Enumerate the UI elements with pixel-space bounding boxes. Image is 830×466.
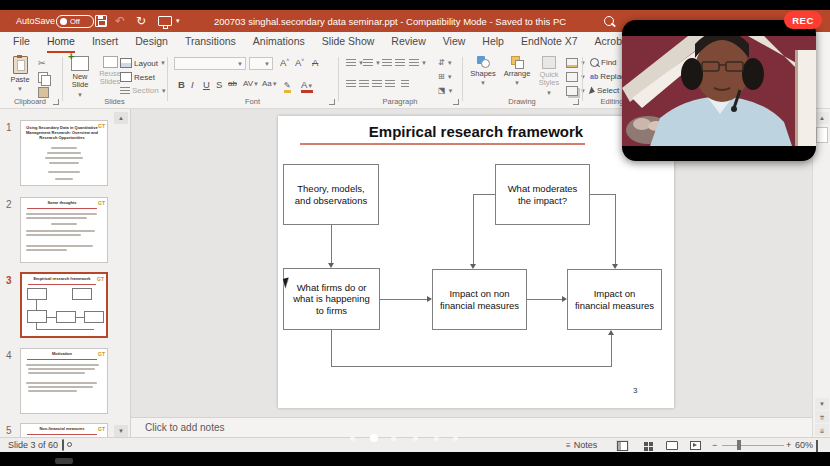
- diagram-box-moderates[interactable]: What moderates the impact?: [495, 164, 590, 225]
- shapes-button[interactable]: Shapes ▼: [468, 56, 498, 98]
- align-left-button[interactable]: [346, 80, 356, 88]
- scrollbar-thumb[interactable]: [816, 127, 828, 143]
- highlight-color-button[interactable]: ✎: [284, 79, 291, 93]
- strikethrough-button[interactable]: ab: [228, 79, 237, 88]
- video-nav-dot-active[interactable]: [370, 434, 378, 442]
- convert-smartart-button[interactable]: ⬔▼: [438, 86, 454, 95]
- tab-endnote[interactable]: EndNote X7: [521, 32, 578, 53]
- start-presentation-button[interactable]: [158, 10, 172, 32]
- clipboard-dialog-launcher[interactable]: [53, 99, 59, 105]
- diagram-box-theory[interactable]: Theory, models, and observations: [283, 164, 379, 225]
- align-center-button[interactable]: [359, 80, 369, 88]
- scroll-down-button[interactable]: ▼: [815, 398, 829, 410]
- tab-view[interactable]: View: [443, 32, 466, 53]
- slide-2-thumbnail[interactable]: GT Some thoughts: [20, 197, 108, 263]
- redo-button[interactable]: ↻: [136, 10, 146, 32]
- paste-button[interactable]: Paste ▼: [6, 56, 34, 98]
- text-shadow-button[interactable]: S: [216, 79, 222, 90]
- zoom-slider-thumb[interactable]: [737, 440, 741, 450]
- zoom-level[interactable]: 60%: [795, 440, 813, 450]
- previous-slide-button[interactable]: ⇈: [815, 411, 829, 423]
- video-nav-dot[interactable]: [434, 436, 439, 441]
- tab-review[interactable]: Review: [391, 32, 425, 53]
- section-button[interactable]: Section ▼: [120, 86, 167, 95]
- quick-styles-button[interactable]: Quick Styles ▼: [534, 56, 564, 98]
- bullets-button[interactable]: ▼: [346, 59, 364, 67]
- tab-animations[interactable]: Animations: [253, 32, 305, 53]
- slide-title[interactable]: Empirical research framework: [278, 123, 674, 140]
- zoom-slider-track[interactable]: [722, 445, 784, 446]
- save-button[interactable]: [95, 10, 107, 32]
- select-button[interactable]: Select: [590, 86, 619, 95]
- video-nav-dot[interactable]: [391, 436, 396, 441]
- shrink-font-button[interactable]: A˅: [295, 57, 304, 68]
- zoom-out-button[interactable]: −: [712, 440, 717, 450]
- new-slide-button[interactable]: New Slide ▼: [66, 56, 94, 98]
- copy-button[interactable]: [38, 72, 48, 83]
- reading-view-button[interactable]: [665, 440, 678, 451]
- vertical-scrollbar[interactable]: ▲ ▼ ⇈ ⇊: [812, 109, 830, 438]
- notes-pane[interactable]: Click to add notes: [131, 417, 812, 437]
- slide-3-thumbnail[interactable]: GT Empirical research framework: [20, 272, 108, 338]
- accessibility-checker-icon[interactable]: [62, 440, 64, 450]
- customize-qat-button[interactable]: ▾: [176, 10, 180, 32]
- font-dialog-launcher[interactable]: [329, 99, 335, 105]
- text-direction-button[interactable]: ⇵▼: [438, 58, 453, 67]
- next-slide-button[interactable]: ⇊: [815, 424, 829, 436]
- video-nav-dot[interactable]: [413, 436, 418, 441]
- italic-button[interactable]: I: [191, 79, 194, 90]
- cut-button[interactable]: ✂: [38, 58, 46, 68]
- paragraph-dialog-launcher[interactable]: [453, 99, 459, 105]
- font-name-combo[interactable]: ▼: [174, 57, 246, 70]
- slide-4-thumbnail[interactable]: GT Motivation: [20, 348, 108, 414]
- font-color-button[interactable]: A▼: [301, 79, 313, 93]
- change-case-button[interactable]: Aa▼: [262, 79, 278, 88]
- character-spacing-button[interactable]: AV▼: [243, 79, 259, 88]
- tab-help[interactable]: Help: [482, 32, 504, 53]
- slide-1-thumbnail[interactable]: GT Using Secondary Data in Quantitative …: [20, 120, 108, 186]
- columns-button[interactable]: [401, 80, 409, 88]
- tab-insert[interactable]: Insert: [92, 32, 118, 53]
- slide-sorter-view-button[interactable]: [641, 440, 654, 451]
- tab-slide-show[interactable]: Slide Show: [322, 32, 375, 53]
- video-nav-dot[interactable]: [350, 436, 355, 441]
- undo-button[interactable]: ↶: [115, 10, 125, 32]
- normal-view-button[interactable]: [616, 440, 629, 451]
- diagram-box-financial[interactable]: Impact on financial measures: [567, 269, 662, 330]
- thumbnail-scroll-down-button[interactable]: ▼: [114, 425, 128, 437]
- decrease-indent-button[interactable]: [382, 59, 392, 67]
- tab-design[interactable]: Design: [135, 32, 168, 53]
- scroll-up-button[interactable]: ▲: [815, 112, 829, 124]
- bold-button[interactable]: B: [178, 79, 185, 90]
- tab-transitions[interactable]: Transitions: [185, 32, 236, 53]
- justify-button[interactable]: [385, 80, 395, 88]
- layout-button[interactable]: Layout ▼: [120, 58, 166, 68]
- line-spacing-button[interactable]: ▼: [409, 59, 427, 67]
- grow-font-button[interactable]: A˄: [280, 57, 289, 68]
- increase-indent-button[interactable]: [395, 59, 405, 67]
- numbering-button[interactable]: ▼: [363, 59, 381, 67]
- slideshow-view-button[interactable]: [689, 440, 702, 451]
- drawing-dialog-launcher[interactable]: [573, 99, 579, 105]
- diagram-box-nonfinancial[interactable]: Impact on non financial measures: [432, 269, 527, 330]
- clear-formatting-button[interactable]: A: [312, 57, 318, 68]
- autosave-toggle[interactable]: Off: [56, 10, 94, 32]
- tab-file[interactable]: File: [13, 32, 30, 53]
- search-button[interactable]: [604, 10, 614, 32]
- notes-placeholder[interactable]: Click to add notes: [145, 422, 225, 433]
- find-button[interactable]: Find: [590, 58, 617, 67]
- reset-button[interactable]: Reset: [120, 72, 155, 82]
- diagram-box-what-firms-do[interactable]: What firms do or what is happening to fi…: [283, 268, 380, 330]
- thumbnail-scroll-up-button[interactable]: ▲: [114, 112, 128, 124]
- slide-canvas[interactable]: Empirical research framework Theory, mod…: [278, 116, 674, 408]
- align-text-button[interactable]: ⊞▼: [438, 72, 453, 81]
- zoom-in-button[interactable]: +: [786, 440, 791, 450]
- notes-toggle-button[interactable]: ≡ Notes: [566, 440, 597, 450]
- video-nav-dot[interactable]: [453, 436, 458, 441]
- font-size-combo[interactable]: ▼: [249, 57, 273, 70]
- fit-slide-button[interactable]: [816, 441, 818, 451]
- slide-5-thumbnail[interactable]: GT Non-financial measures: [20, 423, 108, 437]
- underline-button[interactable]: U: [203, 79, 210, 90]
- arrange-button[interactable]: Arrange ▼: [502, 56, 532, 98]
- align-right-button[interactable]: [372, 80, 382, 88]
